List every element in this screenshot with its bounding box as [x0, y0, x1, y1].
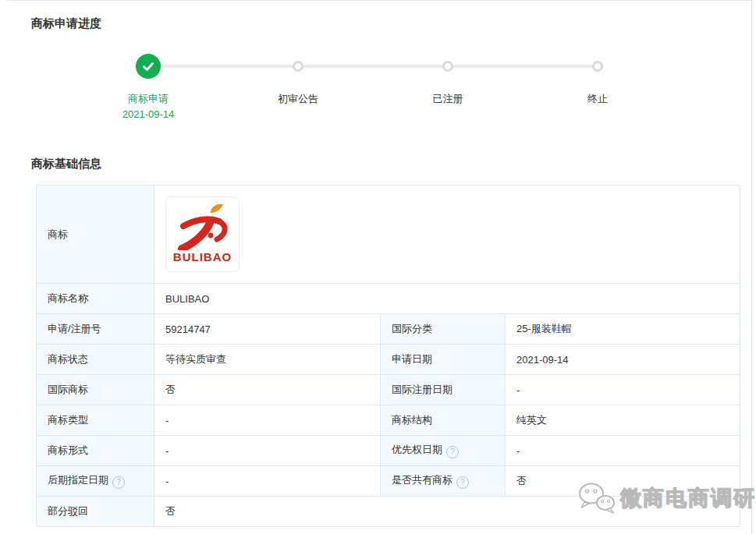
step-pending-circle-icon	[442, 61, 453, 72]
logo-wordmark: BULIBAO	[166, 250, 239, 264]
progress-section-title: 商标申请进度	[31, 16, 101, 31]
row-label-text: 是否共有商标	[392, 474, 453, 486]
stepper-connector-line	[148, 65, 598, 68]
row-label: 商标状态	[37, 345, 154, 375]
bulibao-logo-mark	[175, 202, 231, 250]
row-label: 申请/注册号	[37, 314, 154, 345]
row-value: 否	[154, 375, 381, 405]
row-label: 后期指定日期?	[37, 466, 154, 497]
step-pending-circle-icon	[592, 61, 603, 72]
table-row-partial-rejection: 部分驳回 否	[37, 497, 740, 527]
step-date: 2021-09-14	[94, 108, 203, 120]
row-label: 国际分类	[381, 314, 506, 345]
row-label: 商标类型	[37, 405, 154, 436]
table-row-international: 国际商标 否 国际注册日期 -	[37, 375, 740, 405]
step-label: 初审公告	[243, 92, 353, 106]
row-label: 优先权日期?	[381, 436, 506, 466]
row-value: -	[154, 405, 381, 436]
row-value: 否	[154, 497, 740, 527]
help-icon[interactable]: ?	[112, 476, 125, 489]
trademark-logo-image: BULIBAO	[165, 196, 240, 272]
step-label: 终止	[543, 92, 652, 106]
table-row-trademark: 商标 BULIBAO	[37, 186, 740, 284]
table-row-form-priority: 商标形式 - 优先权日期? -	[37, 436, 740, 466]
basic-info-section-title: 商标基础信息	[31, 156, 101, 172]
row-label: 商标结构	[381, 405, 506, 436]
trademark-progress-stepper: 商标申请 2021-09-14 初审公告 已注册 终止	[0, 53, 756, 127]
row-label: 部分驳回	[37, 497, 154, 527]
row-value: -	[506, 436, 740, 466]
row-value: 否	[506, 466, 740, 497]
table-row-status-date: 商标状态 等待实质审查 申请日期 2021-09-14	[37, 345, 740, 375]
trademark-logo-cell: BULIBAO	[154, 186, 740, 284]
row-label: 申请日期	[381, 345, 506, 375]
table-row-regnumber-class: 申请/注册号 59214747 国际分类 25-服装鞋帽	[37, 314, 740, 345]
help-icon[interactable]: ?	[456, 476, 469, 489]
row-label: 商标	[37, 186, 154, 284]
row-label: 商标名称	[37, 284, 154, 314]
row-value: BULIBAO	[154, 284, 740, 314]
row-label: 国际商标	[37, 375, 154, 405]
table-row-latedate-shared: 后期指定日期? - 是否共有商标? 否	[37, 466, 740, 497]
row-label: 是否共有商标?	[381, 466, 506, 497]
row-value: 纯英文	[506, 405, 740, 436]
row-value: 2021-09-14	[506, 345, 740, 375]
row-value: 59214747	[154, 314, 381, 345]
row-value: -	[506, 375, 740, 405]
row-label-text: 后期指定日期	[48, 474, 108, 486]
table-row-name: 商标名称 BULIBAO	[37, 284, 740, 314]
page-top-border	[7, 0, 752, 1]
step-label: 已注册	[393, 92, 502, 106]
table-row-type-structure: 商标类型 - 商标结构 纯英文	[37, 405, 740, 436]
row-label: 商标形式	[37, 436, 154, 466]
trademark-info-table: 商标 BULIBAO 商标名称 BULIBAO 申请/注册号 59214747 …	[36, 185, 740, 527]
row-value: 25-服装鞋帽	[506, 314, 740, 345]
row-label-text: 优先权日期	[392, 444, 442, 455]
step-done-check-icon	[136, 54, 161, 79]
step-label: 商标申请	[94, 92, 203, 106]
row-value: 等待实质审查	[154, 345, 381, 375]
help-icon[interactable]: ?	[446, 446, 459, 458]
row-value: -	[154, 436, 381, 466]
row-label: 国际注册日期	[381, 375, 506, 405]
step-pending-circle-icon	[293, 61, 303, 72]
row-value: -	[154, 466, 381, 497]
